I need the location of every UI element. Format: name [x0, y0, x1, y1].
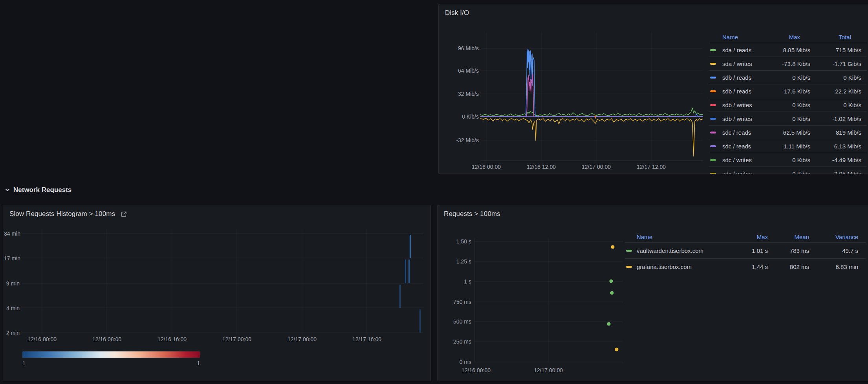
- histogram-x-tick: 12/16 16:00: [150, 336, 194, 342]
- section-network-requests[interactable]: Network Requests: [5, 186, 71, 194]
- legend-cell-max: 0 Kib/s: [767, 157, 810, 163]
- legend-cell-name[interactable]: sda / writes: [722, 60, 767, 67]
- scatter-point[interactable]: [610, 280, 613, 283]
- legend-cell-total: -4.49 Mib/s: [810, 157, 861, 163]
- legend-cell-variance: 6.83 min: [809, 263, 858, 270]
- legend-row[interactable]: sda / reads8.85 Mib/s715 Mib/s: [709, 43, 867, 57]
- legend-cell-variance: 49.7 s: [809, 247, 858, 254]
- histogram-y-tick: 9 min: [4, 280, 20, 287]
- series-color-swatch: [710, 159, 716, 161]
- chevron-down-icon: [5, 187, 10, 193]
- legend-cell-name[interactable]: sdc / writes: [722, 170, 767, 174]
- heatmap-scale-min: 1: [22, 360, 26, 366]
- disk-x-tick: 12/16 00:00: [467, 164, 506, 170]
- histogram-y-tick: 34 min: [4, 230, 20, 237]
- legend-row[interactable]: sdc / reads1.11 Mib/s6.13 Mib/s: [709, 139, 867, 153]
- legend-row[interactable]: vaultwarden.tiserbox.com1.01 s783 ms49.7…: [625, 242, 866, 258]
- legend-row[interactable]: sdb / reads17.6 Kib/s22.2 Kib/s: [709, 84, 867, 98]
- requests-y-tick: 1.25 s: [443, 258, 471, 265]
- series-line-yellow: [480, 118, 703, 156]
- scatter-point[interactable]: [611, 245, 615, 249]
- disk-y-tick: 96 Mib/s: [441, 45, 479, 51]
- external-link-icon[interactable]: [121, 211, 127, 218]
- legend-cell-name[interactable]: sdc / reads: [722, 129, 767, 136]
- histogram-x-tick: 12/16 00:00: [20, 336, 64, 342]
- series-color-swatch: [710, 49, 716, 51]
- legend-cell-name[interactable]: sdc / reads: [722, 143, 767, 150]
- legend-cell-total: 0 Kib/s: [810, 102, 861, 108]
- series-line-green: [480, 108, 703, 116]
- legend-cell-name[interactable]: sdb / writes: [722, 115, 767, 122]
- requests-panel-title[interactable]: Requests > 100ms: [444, 210, 500, 218]
- requests-panel: Requests > 100ms 1.50 s 1.25 s 1 s 750 m…: [437, 205, 868, 381]
- heatmap-cell[interactable]: [405, 260, 406, 283]
- series-color-swatch: [710, 104, 716, 106]
- disk-legend-header: Name Max Total: [709, 31, 867, 43]
- scatter-point[interactable]: [607, 322, 611, 326]
- legend-cell-max: 0 Kib/s: [767, 115, 810, 122]
- legend-cell-name[interactable]: sdb / writes: [722, 102, 767, 108]
- legend-cell-total: 819 Mib/s: [810, 129, 861, 136]
- disk-io-panel: Disk I/O 96 Mib/s 64 Mib/s 32 Mib/s 0 Ki…: [438, 4, 868, 174]
- series-line-blue: [480, 49, 703, 117]
- legend-row[interactable]: grafana.tiserbox.com1.44 s802 ms6.83 min: [625, 258, 866, 274]
- disk-io-panel-title[interactable]: Disk I/O: [445, 9, 469, 17]
- legend-cell-name[interactable]: sda / reads: [722, 47, 767, 53]
- scatter-point[interactable]: [610, 291, 614, 295]
- histogram-y-tick: 2 min: [4, 330, 20, 336]
- disk-x-tick: 12/17 00:00: [577, 164, 616, 170]
- legend-row[interactable]: sda / writes-73.8 Kib/s-1.71 Gib/s: [709, 57, 867, 70]
- legend-row[interactable]: sdc / writes0 Kib/s-2.05 Mib/s: [709, 166, 867, 174]
- series-color-swatch: [710, 145, 716, 147]
- heatmap-scale-labels: 1 1: [22, 360, 200, 366]
- legend-row[interactable]: sdc / reads62.5 Mib/s819 Mib/s: [709, 125, 867, 139]
- series-color-swatch: [710, 173, 716, 174]
- histogram-panel-title[interactable]: Slow Requests Histogram > 100ms: [9, 210, 115, 218]
- heatmap-cell[interactable]: [410, 235, 411, 258]
- legend-cell-max: 0 Kib/s: [767, 102, 810, 108]
- slow-requests-histogram-panel: Slow Requests Histogram > 100ms 34 min 1…: [3, 205, 431, 381]
- series-color-swatch: [626, 266, 632, 268]
- legend-cell-name[interactable]: grafana.tiserbox.com: [637, 263, 732, 270]
- disk-y-tick: 0 Kib/s: [441, 113, 479, 120]
- histogram-x-tick: 12/16 08:00: [85, 336, 128, 342]
- legend-header-max[interactable]: Max: [732, 234, 768, 240]
- legend-header-name[interactable]: Name: [722, 34, 767, 40]
- heatmap-cell[interactable]: [399, 285, 401, 308]
- legend-header-variance[interactable]: Variance: [809, 234, 858, 240]
- legend-row[interactable]: sdb / reads0 Kib/s0 Kib/s: [709, 70, 867, 84]
- legend-cell-total: -2.05 Mib/s: [810, 170, 861, 174]
- legend-row[interactable]: sdb / writes0 Kib/s0 Kib/s: [709, 98, 867, 112]
- legend-cell-max: 8.85 Mib/s: [767, 47, 810, 53]
- requests-chart[interactable]: [474, 234, 624, 364]
- legend-header-mean[interactable]: Mean: [768, 234, 809, 240]
- heatmap-color-scale: [22, 351, 200, 358]
- requests-y-tick: 1 s: [443, 278, 471, 285]
- legend-cell-max: 62.5 Mib/s: [767, 129, 810, 136]
- legend-cell-name[interactable]: vaultwarden.tiserbox.com: [637, 247, 732, 254]
- disk-y-tick: 32 Mib/s: [441, 91, 479, 97]
- legend-header-max[interactable]: Max: [767, 34, 810, 40]
- legend-header-total[interactable]: Total: [810, 34, 861, 40]
- legend-header-name[interactable]: Name: [637, 234, 732, 240]
- requests-y-tick: 250 ms: [443, 338, 471, 345]
- histogram-chart[interactable]: [22, 226, 424, 336]
- scatter-point[interactable]: [615, 348, 619, 351]
- legend-cell-name[interactable]: sdc / writes: [722, 157, 767, 163]
- requests-y-tick: 750 ms: [443, 299, 471, 305]
- legend-cell-total: 0 Kib/s: [810, 74, 861, 81]
- disk-y-tick: -32 Mib/s: [441, 137, 479, 143]
- legend-cell-max: 1.11 Mib/s: [767, 143, 810, 150]
- disk-x-tick: 12/16 12:00: [522, 164, 561, 170]
- legend-cell-total: -1.71 Gib/s: [810, 60, 861, 67]
- heatmap-cell[interactable]: [419, 309, 421, 333]
- legend-row[interactable]: sdc / writes0 Kib/s-4.49 Mib/s: [709, 153, 867, 166]
- legend-row[interactable]: sdb / writes0 Kib/s-1.02 Mib/s: [709, 112, 867, 125]
- series-line-magenta: [526, 74, 534, 117]
- legend-cell-name[interactable]: sdb / reads: [722, 88, 767, 95]
- legend-cell-name[interactable]: sdb / reads: [722, 74, 767, 81]
- legend-cell-max: 0 Kib/s: [767, 170, 810, 174]
- disk-io-chart[interactable]: [480, 33, 704, 163]
- series-color-swatch: [710, 90, 716, 92]
- heatmap-cell[interactable]: [408, 260, 410, 283]
